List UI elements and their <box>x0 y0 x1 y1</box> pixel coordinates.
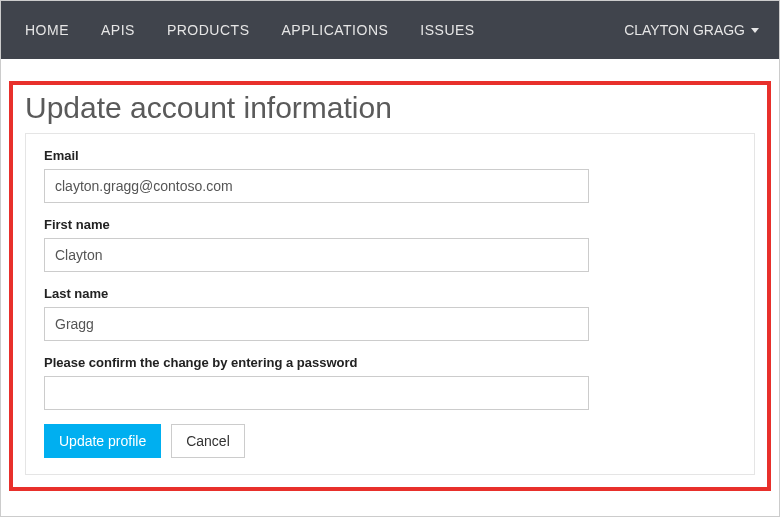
page-title: Update account information <box>25 89 755 133</box>
nav-user-name: CLAYTON GRAGG <box>624 22 745 38</box>
group-email: Email <box>44 148 736 203</box>
nav-home[interactable]: HOME <box>9 2 85 58</box>
nav-left: HOME APIS PRODUCTS APPLICATIONS ISSUES <box>9 2 491 58</box>
nav-applications[interactable]: APPLICATIONS <box>265 2 404 58</box>
button-row: Update profile Cancel <box>44 424 736 458</box>
caret-down-icon <box>751 28 759 33</box>
input-password[interactable] <box>44 376 589 410</box>
input-first-name[interactable] <box>44 238 589 272</box>
nav-user-menu[interactable]: CLAYTON GRAGG <box>614 2 769 58</box>
nav-products[interactable]: PRODUCTS <box>151 2 266 58</box>
group-password: Please confirm the change by entering a … <box>44 355 736 410</box>
group-first-name: First name <box>44 217 736 272</box>
label-password: Please confirm the change by entering a … <box>44 355 736 370</box>
top-nav: HOME APIS PRODUCTS APPLICATIONS ISSUES C… <box>1 1 779 59</box>
nav-issues[interactable]: ISSUES <box>404 2 490 58</box>
update-profile-button[interactable]: Update profile <box>44 424 161 458</box>
account-form: Email First name Last name Please confir… <box>25 133 755 475</box>
input-last-name[interactable] <box>44 307 589 341</box>
group-last-name: Last name <box>44 286 736 341</box>
cancel-button[interactable]: Cancel <box>171 424 245 458</box>
highlight-frame: Update account information Email First n… <box>9 81 771 491</box>
label-first-name: First name <box>44 217 736 232</box>
input-email[interactable] <box>44 169 589 203</box>
label-last-name: Last name <box>44 286 736 301</box>
nav-apis[interactable]: APIS <box>85 2 151 58</box>
label-email: Email <box>44 148 736 163</box>
